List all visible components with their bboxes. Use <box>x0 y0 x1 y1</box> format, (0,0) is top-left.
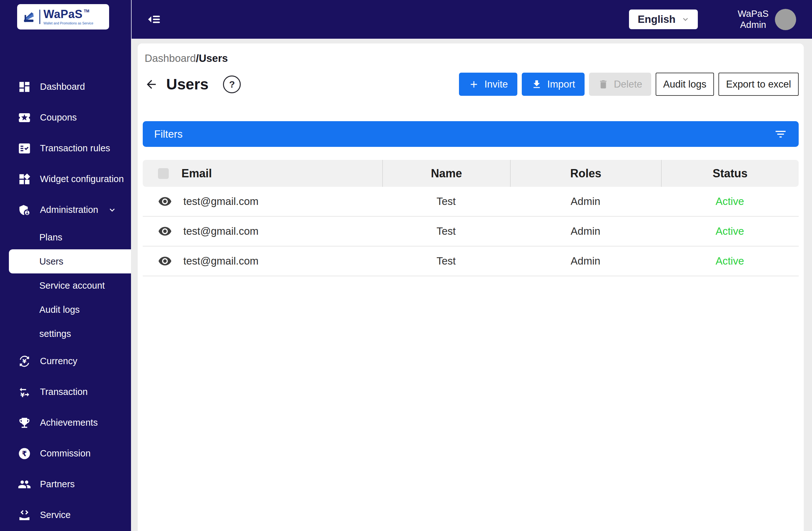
breadcrumb: Dashboard/Users <box>143 43 799 64</box>
delete-button[interactable]: Delete <box>589 73 651 96</box>
logo-name: WaPaS <box>43 9 83 20</box>
logo-trademark: TM <box>84 9 89 13</box>
collapse-sidebar-button[interactable] <box>146 12 161 27</box>
trophy-icon <box>18 416 31 430</box>
table-row: test@gmail.com Test Admin Active <box>143 246 799 276</box>
sidebar-subitem-label: settings <box>39 329 71 339</box>
cell-email: test@gmail.com <box>143 254 382 268</box>
currency-exchange-icon: ¥ <box>18 355 31 368</box>
coupon-icon <box>18 111 31 124</box>
import-button[interactable]: Import <box>522 73 584 96</box>
sidebar-subitem-label: Users <box>39 256 63 267</box>
sidebar-item-label: Transaction <box>40 387 88 397</box>
people-icon <box>18 478 31 491</box>
view-user-eye-icon[interactable] <box>158 254 172 268</box>
rupee-circle-icon: ₹ <box>18 447 31 460</box>
widgets-icon <box>18 173 31 186</box>
logo-divider <box>39 10 40 24</box>
sidebar-item-label: Partners <box>40 479 75 489</box>
sidebar-item-coupons[interactable]: Coupons <box>0 102 131 133</box>
sidebar-item-partners[interactable]: Partners <box>0 469 131 500</box>
sidebar-item-currency[interactable]: ¥ Currency <box>0 346 131 376</box>
sidebar-item-widget-configuration[interactable]: Widget configuration <box>0 164 131 195</box>
arrow-left-icon <box>145 78 158 91</box>
sidebar-item-service[interactable]: Service <box>0 500 131 530</box>
cell-email: test@gmail.com <box>143 224 382 238</box>
logo-tagline: Wallet and Promotions as Service <box>43 21 93 25</box>
sidebar-nav: Dashboard Coupons Transaction rules Widg… <box>0 71 131 530</box>
cell-name: Test <box>382 255 510 267</box>
sidebar-subitem-plans[interactable]: Plans <box>0 225 131 249</box>
filter-icon[interactable] <box>774 128 787 141</box>
status-badge: Active <box>661 255 799 267</box>
sidebar-item-label: Currency <box>40 356 77 367</box>
cell-email: test@gmail.com <box>143 195 382 209</box>
sidebar-item-dashboard[interactable]: Dashboard <box>0 71 131 102</box>
cell-name: Test <box>382 196 510 207</box>
sidebar-subitem-service-account[interactable]: Service account <box>0 273 131 298</box>
filters-bar[interactable]: Filters <box>143 121 799 147</box>
sidebar-item-commission[interactable]: ₹ Commission <box>0 438 131 469</box>
language-select[interactable]: English <box>629 10 698 29</box>
chevron-down-icon <box>681 15 690 24</box>
breadcrumb-separator: / <box>196 52 199 64</box>
table-header-name: Name <box>382 160 510 187</box>
rules-checklist-icon <box>18 142 31 155</box>
sidebar-item-administration[interactable]: Administration <box>0 195 131 225</box>
topbar: English WaPaS Admin <box>131 0 812 39</box>
language-selected-value: English <box>638 13 676 25</box>
sidebar: WaPaS TM Wallet and Promotions as Servic… <box>0 0 131 531</box>
sidebar-item-label: Dashboard <box>40 82 85 92</box>
user-avatar[interactable] <box>775 9 796 30</box>
back-button[interactable] <box>145 78 158 91</box>
table-header-row: Email Name Roles Status <box>143 160 799 187</box>
sidebar-item-label: Commission <box>40 448 91 459</box>
table-header-roles: Roles <box>510 160 661 187</box>
logo-text: WaPaS TM Wallet and Promotions as Servic… <box>43 9 93 25</box>
sidebar-item-label: Administration <box>40 205 98 215</box>
sidebar-item-label: Coupons <box>40 112 77 123</box>
help-button[interactable]: ? <box>223 75 241 93</box>
users-table: Email Name Roles Status test@gmail.com <box>143 160 799 276</box>
trash-icon <box>598 79 609 90</box>
svg-text:¥: ¥ <box>20 391 25 398</box>
sidebar-item-transaction-rules[interactable]: Transaction rules <box>0 133 131 164</box>
view-user-eye-icon[interactable] <box>158 224 172 238</box>
table-header-status: Status <box>661 160 799 187</box>
main-area: English WaPaS Admin Dashboard/Users <box>131 0 812 531</box>
administration-icon <box>18 203 31 217</box>
service-hand-icon <box>18 508 31 522</box>
status-badge: Active <box>661 196 799 207</box>
toolbar-actions: Invite Import Delete <box>459 73 799 96</box>
app-window: WaPaS TM Wallet and Promotions as Servic… <box>0 0 812 531</box>
sidebar-item-label: Widget configuration <box>40 174 124 184</box>
wapas-logo-icon <box>21 10 36 24</box>
sidebar-subitem-label: Plans <box>39 232 62 243</box>
breadcrumb-dashboard-link[interactable]: Dashboard <box>145 52 196 64</box>
page-title: Users <box>166 75 208 93</box>
sidebar-item-label: Achievements <box>40 417 98 428</box>
sidebar-item-achievements[interactable]: Achievements <box>0 407 131 438</box>
svg-text:₹: ₹ <box>22 449 27 457</box>
chevron-down-icon <box>107 205 117 215</box>
sidebar-item-transaction[interactable]: ¥ Transaction <box>0 376 131 407</box>
audit-logs-button[interactable]: Audit logs <box>656 73 714 96</box>
export-to-excel-button[interactable]: Export to excel <box>719 73 799 96</box>
select-all-checkbox[interactable] <box>158 168 169 179</box>
invite-button[interactable]: Invite <box>459 73 517 96</box>
table-row: test@gmail.com Test Admin Active <box>143 187 799 217</box>
content-area: Dashboard/Users Users ? <box>131 39 812 531</box>
user-name: WaPaS Admin <box>738 8 769 30</box>
sidebar-item-label: Service <box>40 510 71 520</box>
wapas-logo[interactable]: WaPaS TM Wallet and Promotions as Servic… <box>17 4 109 29</box>
sidebar-subitem-label: Audit logs <box>39 304 79 315</box>
cell-roles: Admin <box>510 255 661 267</box>
plus-icon <box>468 79 479 90</box>
sidebar-subitem-audit-logs[interactable]: Audit logs <box>0 298 131 322</box>
cell-roles: Admin <box>510 196 661 207</box>
table-header-email: Email <box>143 160 382 187</box>
cell-name: Test <box>382 225 510 237</box>
view-user-eye-icon[interactable] <box>158 195 172 209</box>
sidebar-subitem-settings[interactable]: settings <box>0 322 131 346</box>
sidebar-subitem-users[interactable]: Users <box>9 249 131 273</box>
